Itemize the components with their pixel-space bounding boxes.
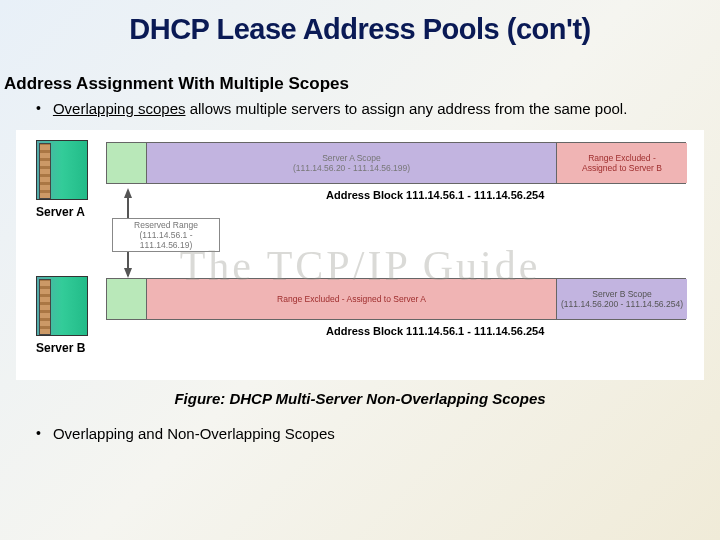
server-b-label: Server B — [36, 341, 85, 355]
bullet-dot: • — [36, 100, 41, 118]
server-b-icon — [36, 276, 88, 336]
bar-a-excluded: Range Excluded - Assigned to Server B — [557, 143, 687, 183]
address-bar-a: Server A Scope (111.14.56.20 - 111.14.56… — [106, 142, 686, 184]
block-b-label: Address Block 111.14.56.1 - 111.14.56.25… — [326, 325, 544, 337]
excl-b-text: Range Excluded - Assigned to Server A — [273, 294, 430, 304]
excl-a-title: Range Excluded - — [584, 153, 660, 163]
arrow-down-icon — [124, 268, 132, 278]
bar-a-scope-a: Server A Scope (111.14.56.20 - 111.14.56… — [147, 143, 557, 183]
scope-b-title: Server B Scope — [588, 289, 656, 299]
section-heading: Address Assignment With Multiple Scopes — [4, 74, 720, 94]
arrow-line — [127, 198, 129, 218]
server-a-icon — [36, 140, 88, 200]
bullet-1-rest: allows multiple servers to assign any ad… — [185, 100, 627, 117]
arrow-up-icon — [124, 188, 132, 198]
watermark: The TCP/IP Guide — [180, 242, 541, 290]
server-a-label: Server A — [36, 205, 85, 219]
excl-a-sub: Assigned to Server B — [578, 163, 666, 173]
bar-b-scope-b: Server B Scope (111.14.56.200 - 111.14.5… — [557, 279, 687, 319]
page-title: DHCP Lease Address Pools (con't) — [0, 0, 720, 46]
bullet-2-text: Overlapping and Non-Overlapping Scopes — [53, 425, 335, 443]
reserved-title: Reserved Range — [134, 220, 198, 230]
scope-a-range: (111.14.56.20 - 111.14.56.199) — [289, 163, 414, 173]
diagram: Server A Server B Server A Scope (111.14… — [16, 130, 704, 380]
bullet-1-text: Overlapping scopes allows multiple serve… — [53, 100, 627, 118]
bar-b-reserved — [107, 279, 147, 319]
bar-a-reserved — [107, 143, 147, 183]
bullet-1: • Overlapping scopes allows multiple ser… — [36, 100, 720, 118]
scope-b-range: (111.14.56.200 - 111.14.56.254) — [557, 299, 687, 309]
bullet-1-underlined: Overlapping scopes — [53, 100, 186, 117]
bullet-2: • Overlapping and Non-Overlapping Scopes — [36, 425, 720, 443]
scope-a-title: Server A Scope — [318, 153, 385, 163]
block-a-label: Address Block 111.14.56.1 - 111.14.56.25… — [326, 189, 544, 201]
bullet-dot: • — [36, 425, 41, 443]
figure-caption: Figure: DHCP Multi-Server Non-Overlappin… — [0, 390, 720, 407]
